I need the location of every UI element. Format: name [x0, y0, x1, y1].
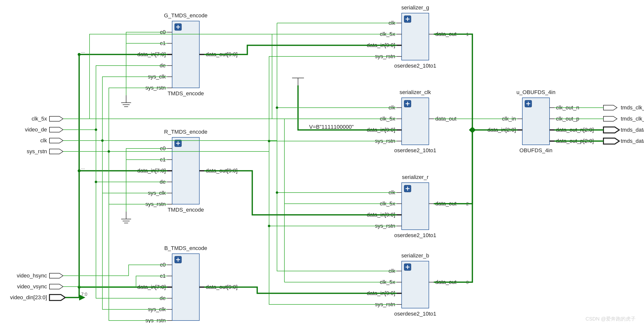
constant-label: V=B"1111100000" — [309, 124, 354, 130]
svg-point-64 — [78, 169, 80, 172]
mod-label: oserdese2_10to1 — [394, 311, 436, 317]
ground-icon — [121, 95, 131, 107]
inst-label: serializer_b — [402, 252, 429, 259]
block-serializer-clk[interactable]: serializer_clk oserdese2_10to1 — [394, 89, 436, 153]
block-serializer-b[interactable]: serializer_b oserdese2_10to1 — [394, 252, 436, 317]
ground-icon — [121, 212, 131, 223]
output-label: tmds_data_n[2:0] — [621, 127, 644, 133]
input-label: video_hsync — [17, 272, 47, 279]
mod-label: oserdese2_10to1 — [394, 232, 436, 238]
inst-label: R_TMDS_encode — [164, 129, 208, 135]
output-pin-tmds-data-p[interactable] — [604, 138, 619, 144]
mod-label: oserdese2_10to1 — [394, 147, 436, 153]
input-label: video_de — [25, 127, 47, 133]
output-label: tmds_clk_p — [621, 116, 644, 122]
input-label: video_vsync — [17, 283, 47, 289]
input-pin-sys-rstn[interactable] — [50, 149, 63, 154]
inst-label: B_TMDS_encode — [164, 245, 207, 251]
inst-label: u_OBUFDS_4in — [516, 89, 556, 95]
mod-label: TMDS_encode — [168, 207, 204, 213]
svg-point-69 — [276, 106, 278, 109]
output-pin-tmds-clk-n[interactable] — [604, 105, 617, 110]
mod-label: OBUFDS_4in — [519, 147, 552, 153]
svg-point-71 — [108, 150, 110, 153]
svg-point-68 — [101, 139, 104, 142]
output-label: tmds_clk_n — [621, 104, 644, 111]
svg-point-72 — [268, 140, 270, 142]
svg-point-65 — [78, 286, 80, 288]
inst-label: serializer_clk — [400, 89, 431, 95]
input-label: video_din[23:0] — [10, 294, 47, 300]
mod-label: TMDS_encode — [168, 90, 204, 97]
svg-rect-7 — [172, 21, 199, 88]
input-label: sys_rstn — [27, 148, 47, 154]
svg-point-73 — [268, 225, 270, 227]
svg-point-67 — [95, 181, 97, 183]
bus-slice-label: 7:0 — [81, 292, 87, 297]
input-label: clk_5x — [32, 116, 47, 122]
input-pin-video-de[interactable] — [50, 127, 63, 132]
output-pin-tmds-data-n[interactable] — [604, 127, 619, 133]
svg-rect-8 — [172, 137, 199, 204]
block-b-tmds-encode[interactable]: B_TMDS_encode TMDS_encode — [164, 245, 207, 323]
svg-point-63 — [78, 53, 80, 56]
svg-marker-74 — [469, 127, 476, 133]
output-label: tmds_data_p[2:0] — [621, 138, 644, 144]
input-label: clk — [40, 137, 47, 144]
inst-label: G_TMDS_encode — [164, 12, 208, 19]
output-pin-tmds-clk-p[interactable] — [604, 116, 617, 121]
bus-slice-label: ... — [81, 165, 85, 170]
block-serializer-r[interactable]: serializer_r oserdese2_10to1 — [394, 174, 436, 238]
svg-rect-9 — [172, 254, 199, 320]
watermark: CSDN @爱奔跑的虎子 — [586, 316, 636, 321]
block-serializer-g[interactable]: serializer_g oserdese2_10to1 — [394, 5, 436, 69]
inst-label: serializer_r — [402, 174, 428, 180]
mod-label: oserdese2_10to1 — [394, 63, 436, 69]
input-pin-clk[interactable] — [50, 138, 63, 143]
block-obufds-4in[interactable]: u_OBUFDS_4in OBUFDS_4in — [516, 89, 556, 153]
input-pin-video-din[interactable] — [50, 294, 65, 300]
port-label: sys_rstn — [146, 317, 166, 323]
inst-label: serializer_g — [402, 5, 429, 11]
bus-slice-label: ... — [81, 49, 85, 54]
svg-point-70 — [276, 191, 278, 194]
input-pin-video-hsync[interactable] — [50, 273, 63, 278]
input-pin-clk-5x[interactable] — [50, 116, 63, 121]
svg-point-66 — [95, 128, 97, 131]
constant-icon — [292, 78, 304, 85]
input-pin-video-vsync[interactable] — [50, 284, 63, 289]
